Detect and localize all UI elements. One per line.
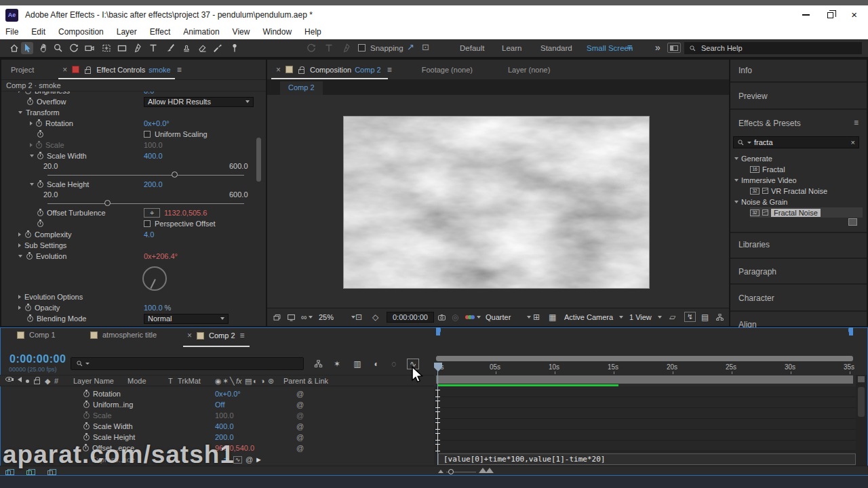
clear-search-icon[interactable]: ×: [851, 138, 855, 146]
flowchart-icon[interactable]: [715, 313, 725, 322]
disclosure-icon[interactable]: [18, 306, 21, 310]
fast-previews-icon[interactable]: ↯: [684, 312, 696, 322]
scale-width-value[interactable]: 400.0: [144, 152, 163, 160]
slider-track[interactable]: [47, 203, 244, 204]
timeline-row-scale-width[interactable]: Scale Width 400.0 @: [0, 421, 434, 432]
expression-editor[interactable]: [value[0]+time*100,value[1]-time*20]: [438, 453, 856, 465]
eraser-tool-icon[interactable]: [196, 42, 208, 54]
stopwatch-icon[interactable]: [26, 253, 33, 260]
collapse-switch-icon[interactable]: ✶: [222, 377, 229, 386]
expand-in-out-icon[interactable]: [47, 470, 53, 475]
disclosure-open-icon[interactable]: [18, 255, 22, 258]
mode-column[interactable]: Mode: [127, 377, 146, 385]
stopwatch-icon[interactable]: [36, 121, 42, 127]
type-tool-icon[interactable]: [147, 42, 159, 54]
share-view-icon[interactable]: ▱: [669, 312, 675, 322]
panel-menu-icon[interactable]: ≡: [854, 118, 859, 127]
stopwatch-icon[interactable]: [25, 305, 31, 311]
view-layout-dropdown[interactable]: 1 View: [629, 313, 662, 321]
workspace-default[interactable]: Default: [460, 44, 484, 52]
property-row-complexity[interactable]: Complexity 4.0: [1, 229, 266, 240]
disclosure-open-icon[interactable]: [30, 183, 34, 186]
timeline-navigator-bar[interactable]: [436, 356, 853, 361]
always-preview-icon[interactable]: [272, 313, 282, 322]
view-camera-dropdown[interactable]: Active Camera: [564, 313, 623, 321]
stopwatch-icon[interactable]: [37, 153, 43, 159]
search-help-box[interactable]: Search Help: [684, 41, 863, 55]
property-row-evolution[interactable]: Evolution 0x+206.4°: [1, 251, 266, 262]
track-matte-t-column[interactable]: T: [168, 377, 173, 385]
scale-height-slider[interactable]: [1, 199, 266, 207]
snap-along-edges-icon[interactable]: ↗: [407, 42, 414, 52]
blending-mode-dropdown[interactable]: Normal: [144, 314, 229, 324]
panel-tab-effects-presets[interactable]: Effects & Presets: [738, 119, 801, 128]
pick-whip-icon[interactable]: @: [296, 444, 304, 452]
workspace-small-screen[interactable]: Small Screen: [587, 44, 633, 52]
panel-menu-icon[interactable]: ≡: [240, 331, 245, 340]
restore-icon[interactable]: [827, 12, 833, 18]
timeline-row-scale[interactable]: Scale 100.0 @: [0, 410, 434, 421]
panel-menu-icon[interactable]: ≡: [177, 65, 182, 75]
viewer-current-time[interactable]: 0:00:00:00: [387, 312, 434, 323]
pick-whip-icon[interactable]: @: [296, 433, 304, 441]
pen-tool-icon[interactable]: [132, 42, 144, 54]
property-row-scale-height[interactable]: Scale Height 200.0: [1, 179, 266, 190]
row-value[interactable]: 400.0: [215, 422, 234, 430]
close-icon[interactable]: ×: [851, 12, 857, 18]
evolution-value[interactable]: 0x+206.4°: [144, 252, 178, 260]
timeline-tab-atmospheric-title[interactable]: atmospheric title: [90, 331, 157, 339]
slider-track[interactable]: [47, 175, 244, 176]
expand-layer-switches-icon[interactable]: [26, 470, 32, 475]
pick-whip-icon[interactable]: @: [296, 390, 304, 398]
scale-height-value[interactable]: 200.0: [144, 180, 163, 188]
stopwatch-icon[interactable]: [37, 210, 43, 216]
menu-effect[interactable]: Effect: [150, 27, 170, 37]
disclosure-icon[interactable]: [18, 295, 21, 299]
panel-menu-icon[interactable]: ≡: [387, 65, 392, 75]
motion-blur-switch-icon[interactable]: ◐: [253, 377, 258, 385]
slider-knob[interactable]: [104, 200, 111, 206]
pick-whip-icon[interactable]: @: [296, 411, 304, 420]
disclosure-icon[interactable]: [18, 92, 21, 93]
complexity-value[interactable]: 4.0: [144, 230, 154, 239]
menu-view[interactable]: View: [233, 27, 250, 37]
selection-tool-icon[interactable]: [21, 42, 33, 54]
property-row-opacity[interactable]: Opacity 100.0 %: [1, 302, 266, 313]
current-time-display[interactable]: 0:00:00:00: [9, 353, 66, 365]
adjustment-switch-icon[interactable]: ◑: [260, 377, 265, 385]
menu-edit[interactable]: Edit: [31, 27, 45, 37]
safe-zones-icon[interactable]: ⊡: [355, 312, 362, 322]
tree-group-immersive-video[interactable]: Immersive Video: [734, 175, 797, 185]
disclosure-icon[interactable]: [18, 243, 21, 247]
timeline-zoom-knob[interactable]: [448, 469, 454, 474]
search-options-caret[interactable]: [747, 142, 751, 144]
property-row-brightness[interactable]: Brightness 0.0: [1, 92, 266, 96]
effects-search-input[interactable]: fracta ×: [733, 136, 859, 148]
disclosure-open-icon[interactable]: [18, 111, 22, 114]
tree-group-noise-grain[interactable]: Noise & Grain: [734, 197, 787, 207]
scale-width-slider[interactable]: [1, 170, 266, 179]
disclosure-icon[interactable]: [30, 121, 33, 125]
timeline-tab-comp1[interactable]: Comp 1: [17, 331, 56, 339]
roto-brush-tool-icon[interactable]: [212, 42, 224, 54]
menu-file[interactable]: File: [5, 27, 18, 37]
pick-whip-icon[interactable]: @: [296, 401, 304, 409]
solo-icon[interactable]: [26, 380, 29, 383]
draft-3d-icon[interactable]: ✶: [331, 359, 343, 369]
channel-icons[interactable]: [465, 315, 481, 319]
home-tool-icon[interactable]: [8, 42, 20, 54]
panel-tab-paragraph[interactable]: Paragraph: [738, 267, 776, 277]
panel-tab-preview[interactable]: Preview: [738, 92, 768, 101]
tab-layer[interactable]: Layer (none): [508, 66, 550, 74]
panel-tab-info[interactable]: Info: [738, 66, 752, 75]
menu-layer[interactable]: Layer: [117, 27, 137, 37]
camera-tool-icon[interactable]: [83, 42, 96, 54]
audio-icon[interactable]: [18, 377, 22, 382]
layer-name-column[interactable]: Layer Name: [73, 377, 114, 385]
row-value[interactable]: Off: [215, 401, 224, 409]
frame-blending-icon[interactable]: ▥: [351, 359, 363, 369]
shy-switch-icon[interactable]: ◉: [215, 377, 222, 386]
tab-effect-controls[interactable]: Effect Controls: [96, 66, 145, 74]
row-value[interactable]: 0x+0.0°: [215, 390, 241, 398]
panel-layout-icon[interactable]: [667, 43, 681, 53]
